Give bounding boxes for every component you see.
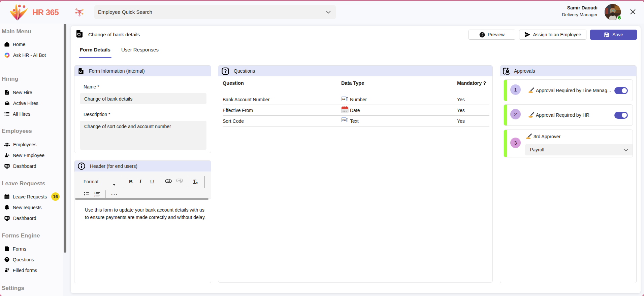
svg-text:Aa: Aa [342,118,346,121]
svg-text:2: 2 [94,195,96,197]
svg-text:99: 99 [342,98,345,101]
svg-text:1: 1 [94,192,96,194]
